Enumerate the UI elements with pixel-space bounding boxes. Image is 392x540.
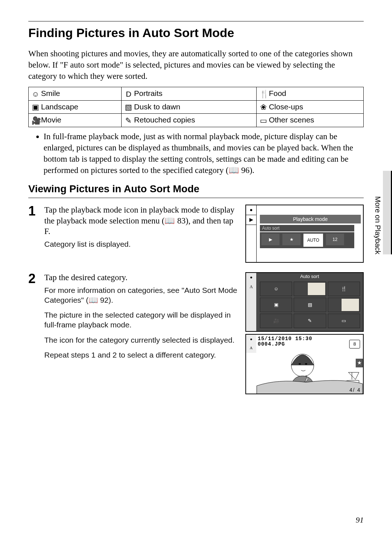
grid-cell: ▣ [260, 298, 292, 312]
intro-paragraph: When shooting pictures and movies, they … [28, 48, 364, 82]
grid-cell: ❀ [328, 298, 360, 312]
category-label: Other scenes [269, 116, 314, 124]
mode-button: AUTO [303, 234, 323, 247]
category-label: Portraits [134, 89, 162, 97]
step-2: 2 Tap the desired category. For more inf… [28, 272, 364, 394]
page-title: Finding Pictures in Auto Sort Mode [28, 26, 364, 40]
category-cell: 🍴Food [256, 87, 363, 100]
note-item: In full-frame playback mode, just as wit… [44, 131, 364, 176]
step-instruction: Tap the playback mode icon in playback m… [44, 205, 239, 237]
auto-icon: A [246, 282, 256, 292]
category-icon: 🍴 [260, 90, 268, 98]
category-icon: ▣ [32, 103, 40, 112]
category-label: Food [269, 89, 286, 97]
category-label: Movie [41, 116, 61, 124]
lcd-subtitle: Auto sort [260, 225, 354, 231]
step-1: 1 Tap the playback mode icon in playback… [28, 205, 364, 263]
category-cell: ▭Other scenes [256, 114, 363, 127]
lcd-figure-playback: ● ▶ Playback mode Auto sort ▶★AUTO12 [245, 205, 364, 263]
svg-point-3 [299, 363, 301, 364]
category-cell: ▧Dusk to dawn [122, 100, 256, 113]
step-number: 2 [28, 272, 44, 394]
step-detail: The icon for the category currently sele… [44, 335, 239, 345]
category-icon: ▭ [260, 116, 268, 125]
category-cell: ▣Landscape [29, 100, 122, 113]
mode-button: ★ [282, 234, 301, 245]
grid-cell: 🎥 [260, 314, 292, 328]
category-cell: ❀Close-ups [256, 100, 363, 113]
frame-counter: 4/ 4 [350, 387, 361, 393]
playback-icon: ▶ [246, 215, 256, 225]
lcd-title: Playback mode [260, 215, 361, 223]
step-instruction: Tap the desired category. [44, 272, 239, 283]
svg-point-4 [305, 363, 307, 364]
rule-sub [28, 198, 364, 198]
step-detail: The picture in the selected category wil… [44, 310, 239, 330]
step-detail: Repeat steps 1 and 2 to select a differe… [44, 350, 239, 360]
lcd-figure-fullframe: ● A 15/11/2010 15:30 0004.JPG 8 ★ [245, 334, 364, 394]
mode-button: 12 [326, 234, 344, 245]
category-table: ☺SmileDPortraits🍴Food▣Landscape▧Dusk to … [28, 87, 364, 127]
grid-cell: ▧ [294, 298, 326, 312]
category-label: Landscape [41, 102, 78, 111]
camera-icon: ● [246, 205, 256, 215]
camera-icon: ● [246, 273, 256, 282]
auto-icon: A [246, 343, 256, 352]
step-number: 1 [28, 205, 44, 263]
lcd-title: Auto sort [256, 273, 363, 280]
mode-button: ▶ [261, 234, 279, 245]
category-label: Smile [41, 89, 60, 97]
rule-top [28, 21, 364, 21]
note-list: In full-frame playback mode, just as wit… [28, 131, 364, 176]
category-icon: ❀ [260, 103, 268, 112]
category-label: Dusk to dawn [134, 102, 180, 111]
page-number: 91 [356, 515, 364, 525]
lcd-figure-autosort: ● A Auto sort ☺👤🍴▣▧❀🎥✎▭ [245, 272, 364, 332]
grid-cell: ✎ [294, 314, 326, 328]
category-cell: ☺Smile [29, 87, 122, 100]
category-icon: 🎥 [32, 116, 40, 125]
category-label: Retouched copies [134, 116, 195, 124]
category-label: Close-ups [269, 102, 303, 111]
category-icon: ✎ [124, 116, 132, 125]
grid-cell: ▭ [328, 314, 360, 328]
thumb-tab [383, 171, 392, 254]
category-icon: ☺ [32, 90, 40, 98]
subsection-heading: Viewing Pictures in Auto Sort Mode [28, 183, 364, 195]
grid-cell: ☺ [260, 282, 292, 296]
category-cell: DPortraits [122, 87, 256, 100]
camera-icon: ● [246, 335, 256, 343]
svg-marker-0 [348, 372, 359, 379]
grid-cell: 🍴 [328, 282, 360, 296]
category-icon: ▧ [124, 103, 132, 112]
step-detail: For more information on categories, see … [44, 285, 239, 305]
section-label: More on Playback [373, 196, 382, 254]
category-icon: D [124, 90, 132, 98]
step-detail: Category list is displayed. [44, 239, 239, 249]
category-cell: ✎Retouched copies [122, 114, 256, 127]
manual-page: More on Playback Finding Pictures in Aut… [0, 0, 392, 540]
category-cell: 🎥Movie [29, 114, 122, 127]
grid-cell: 👤 [294, 282, 326, 296]
photo-illustration [256, 344, 363, 394]
